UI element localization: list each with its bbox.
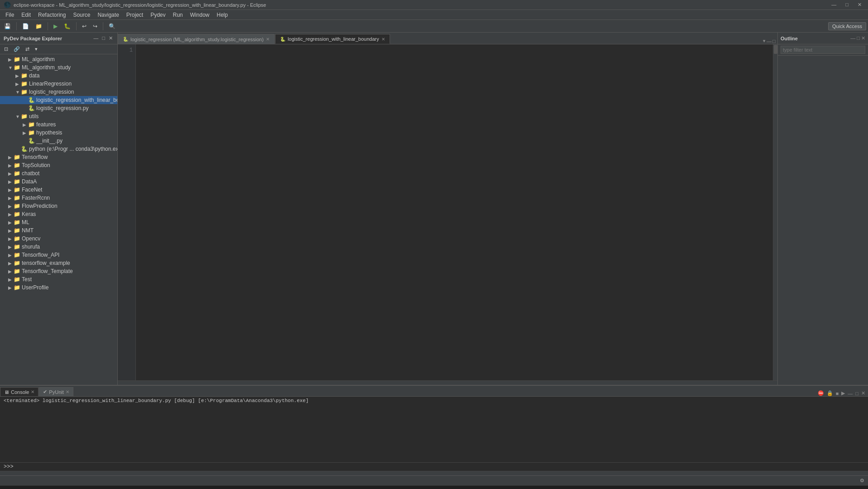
sidebar-minimize-btn[interactable]: —: [92, 35, 99, 41]
tree-item-data[interactable]: ▶ 📁 data: [0, 72, 117, 80]
editor-horizontal-scrollbar[interactable]: [118, 380, 777, 385]
expand-arrow[interactable]: ▶: [8, 204, 14, 209]
outline-filter-area[interactable]: [778, 44, 868, 56]
sidebar-view-menu[interactable]: ▾: [33, 45, 40, 53]
expand-arrow[interactable]: ▶: [8, 155, 14, 160]
toolbar-undo[interactable]: ↩: [80, 22, 89, 31]
toolbar-search[interactable]: 🔍: [106, 22, 118, 31]
sidebar-sync[interactable]: ⇄: [23, 45, 32, 53]
menu-pydev[interactable]: Pydev: [147, 11, 169, 19]
tree-item-linear-regression[interactable]: ▶ 📁 LinearRegression: [0, 80, 117, 88]
tab-close-icon[interactable]: ✕: [381, 37, 385, 42]
console-scroll-lock-btn[interactable]: 🔒: [826, 390, 834, 396]
expand-arrow[interactable]: ▶: [8, 277, 14, 282]
tree-item-hypothesis[interactable]: ▶ 📁 hypothesis: [0, 129, 117, 137]
tab-close[interactable]: ✕: [66, 389, 69, 394]
expand-arrow[interactable]: ▶: [15, 82, 21, 86]
toolbar-run[interactable]: ▶: [51, 22, 60, 31]
console-stop-btn[interactable]: ■: [835, 391, 840, 396]
menu-run[interactable]: Run: [169, 11, 187, 19]
expand-arrow[interactable]: ▶: [8, 171, 14, 176]
editor-right-scrollbar[interactable]: [773, 44, 777, 380]
tree-item-tensorflow-template[interactable]: ▶ 📁 Tensorflow_Template: [0, 267, 117, 275]
tree-item-utils-folder[interactable]: ▼ 📁 utils: [0, 112, 117, 120]
tree-item-dataa[interactable]: ▶ 📁 DataA: [0, 177, 117, 186]
tab-logistic-regression-linear[interactable]: 🐍 logistic_regression_with_linear_bounda…: [275, 34, 390, 44]
expand-arrow[interactable]: ▼: [15, 90, 21, 95]
tree-item-logistic-regression-py[interactable]: ▶ 🐍 logistic_regression.py: [0, 104, 117, 112]
tree-item-fasterrcnn[interactable]: ▶ 📁 FasterRcnn: [0, 194, 117, 202]
tree-item-chatbot[interactable]: ▶ 📁 chatbot: [0, 169, 117, 177]
tree-item-flowprediction[interactable]: ▶ 📁 FlowPrediction: [0, 202, 117, 210]
expand-arrow[interactable]: ▶: [8, 57, 14, 62]
expand-arrow[interactable]: ▶: [8, 285, 14, 290]
expand-arrow[interactable]: ▶: [8, 179, 14, 184]
sidebar-collapse-all[interactable]: ⊡: [2, 45, 10, 53]
outline-filter-input[interactable]: [781, 46, 865, 54]
console-run-btn[interactable]: ▶: [840, 390, 846, 396]
toolbar-redo[interactable]: ↪: [91, 22, 100, 31]
tree-item-nmt[interactable]: ▶ 📁 NMT: [0, 226, 117, 235]
tree-item-ml[interactable]: ▶ 📁 ML: [0, 218, 117, 226]
tree-container[interactable]: ▶ 📁 ML_algorithm ▼ 📁 ML_algorithm_study …: [0, 54, 117, 385]
tab-logistic-regression[interactable]: 🐍 logistic_regression (ML_algorithm_stud…: [118, 34, 275, 44]
expand-arrow[interactable]: ▶: [8, 212, 14, 217]
maximize-button[interactable]: □: [843, 2, 851, 8]
outline-expand-btn[interactable]: □: [857, 35, 860, 41]
tree-item-tensorflow-api[interactable]: ▶ 📁 Tensorflow_API: [0, 251, 117, 259]
menu-file[interactable]: File: [2, 11, 18, 19]
menu-project[interactable]: Project: [123, 11, 147, 19]
toolbar-save[interactable]: 💾: [2, 22, 13, 31]
tree-item-tensorflow[interactable]: ▶ 📁 Tensorflow: [0, 153, 117, 161]
expand-arrow[interactable]: ▶: [8, 269, 14, 274]
expand-arrow[interactable]: ▶: [8, 187, 14, 192]
tree-item-keras[interactable]: ▶ 📁 Keras: [0, 210, 117, 218]
tree-item-ml-algorithm-study[interactable]: ▼ 📁 ML_algorithm_study: [0, 63, 117, 72]
tree-item-userprofile[interactable]: ▶ 📁 UserProfile: [0, 283, 117, 292]
toolbar-open[interactable]: 📁: [33, 22, 44, 31]
tab-list-btn[interactable]: ▾: [763, 38, 766, 44]
expand-arrow[interactable]: ▼: [8, 65, 14, 70]
code-area[interactable]: [136, 44, 773, 380]
bottom-close-btn[interactable]: ✕: [860, 390, 866, 396]
console-output[interactable]: [0, 405, 868, 462]
tree-item-facenet[interactable]: ▶ 📁 FaceNet: [0, 186, 117, 194]
outline-close-btn[interactable]: ✕: [861, 35, 865, 41]
tree-item-logistic-regression-linear[interactable]: ▶ 🐍 logistic_regression_with_linear_boun…: [0, 96, 117, 104]
expand-arrow[interactable]: ▶: [8, 236, 14, 241]
tab-close-icon[interactable]: ✕: [266, 37, 270, 42]
bottom-horizontal-scrollbar[interactable]: [0, 471, 868, 475]
menu-window[interactable]: Window: [187, 11, 213, 19]
editor-content[interactable]: 1: [118, 44, 777, 380]
sidebar-close-btn[interactable]: ✕: [108, 35, 114, 41]
expand-arrow[interactable]: ▼: [15, 114, 21, 119]
editor-maximize-btn[interactable]: □: [772, 38, 776, 44]
expand-arrow[interactable]: ▶: [8, 228, 14, 233]
console-clear-btn[interactable]: ⛔: [817, 390, 825, 396]
menu-navigate[interactable]: Navigate: [94, 11, 122, 19]
sidebar-maximize-btn[interactable]: □: [101, 35, 106, 41]
expand-arrow[interactable]: ▶: [8, 261, 14, 266]
sidebar-link-editor[interactable]: 🔗: [11, 45, 22, 53]
expand-arrow[interactable]: ▶: [8, 220, 14, 225]
tree-item-topsolution[interactable]: ▶ 📁 TopSolution: [0, 161, 117, 169]
tab-pyunit[interactable]: ✔ PyUnit ✕: [39, 387, 73, 396]
scroll-thumb[interactable]: [774, 45, 777, 54]
tab-close[interactable]: ✕: [31, 389, 34, 394]
tree-item-features[interactable]: ▶ 📁 features: [0, 120, 117, 129]
expand-arrow[interactable]: ▶: [8, 253, 14, 258]
toolbar-new[interactable]: 📄: [20, 22, 31, 31]
expand-arrow[interactable]: ▶: [8, 196, 14, 201]
bottom-minimize-btn[interactable]: —: [847, 391, 854, 396]
expand-arrow[interactable]: ▶: [15, 73, 21, 78]
expand-arrow[interactable]: ▶: [23, 122, 28, 127]
tree-item-tensorflow-example[interactable]: ▶ 📁 tensorflow_example: [0, 259, 117, 267]
tree-item-shurufa[interactable]: ▶ 📁 shurufa: [0, 243, 117, 251]
menu-help[interactable]: Help: [213, 11, 231, 19]
tree-item-opencv[interactable]: ▶ 📁 Opencv: [0, 235, 117, 243]
menu-source[interactable]: Source: [69, 11, 94, 19]
menu-edit[interactable]: Edit: [18, 11, 34, 19]
bottom-maximize-btn[interactable]: □: [854, 391, 859, 396]
close-button[interactable]: ✕: [855, 2, 864, 8]
outline-collapse-btn[interactable]: —: [850, 35, 855, 41]
